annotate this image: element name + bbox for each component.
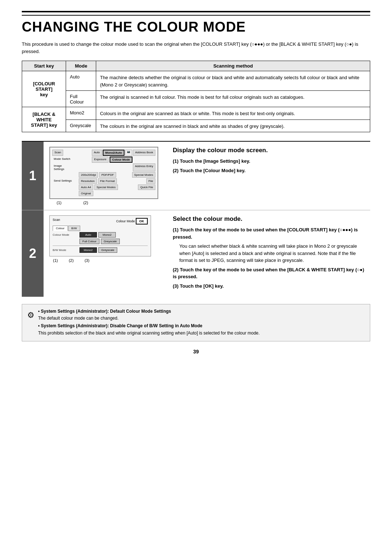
screen-sendsettings-label: Send Settings [52, 178, 78, 184]
note-2: • System Settings (Administrator): Disab… [38, 323, 260, 336]
screen-resolution-btn: Resolution [79, 178, 97, 184]
page-number: 39 [22, 349, 370, 355]
scan-desc-greyscale: The colours in the original are scanned … [96, 119, 370, 132]
screen-auto-btn: Auto [92, 150, 102, 156]
step1-instructions: Display the colour mode screen. (1) Touc… [173, 147, 364, 205]
screen-specialmodes-btn1: Special Modes [132, 172, 155, 178]
step1-image-area: Scan Auto Mono2/Auto 📷 Address Book Mode… [49, 147, 166, 205]
screen2-auto-btn[interactable]: Auto [79, 232, 97, 238]
mode-fullcolour: Full Colour [66, 91, 96, 107]
screen2-colour-subrow: Full Colour Greyscale [53, 239, 148, 244]
screen-autoa4-btn: Auto A4 [79, 185, 93, 190]
screen2-scan-label: Scan [53, 218, 60, 224]
step1-callout-labels: (1) (2) [49, 200, 166, 205]
step2-callout-1: (1) [53, 258, 58, 263]
screen-image-label: ImageSettings [52, 163, 78, 171]
screen2-tab-colour[interactable]: Colour [53, 226, 68, 231]
screen2-colourmode-row: Colour Mode Auto Mono2 [53, 232, 148, 238]
screen2-bw-mono2-btn[interactable]: Mono2 [79, 247, 97, 253]
step2-heading: Select the colour mode. [173, 215, 364, 223]
step2-number: 2 [22, 210, 44, 297]
step2-instruction-1-heading: (1) Touch the key of the mode to be used… [173, 226, 364, 240]
table-header-mode: Mode [66, 61, 96, 71]
note-box: ⚙ • System Settings (Administrator): Def… [22, 304, 370, 341]
step2-callout-3: (3) [85, 258, 89, 263]
screen-camera-icon: 📷 [125, 150, 132, 156]
scan-desc-auto: The machine detects whether the original… [96, 71, 370, 91]
step1-screen-mockup: Scan Auto Mono2/Auto 📷 Address Book Mode… [49, 147, 158, 199]
screen-quickfile-btn: Quick File [138, 185, 155, 190]
scan-desc-mono2: Colours in the original are scanned as b… [96, 107, 370, 120]
step1-content: Scan Auto Mono2/Auto 📷 Address Book Mode… [44, 142, 370, 210]
step2-image-area: Scan Colour Mode OK Colour B/W Colour Mo… [49, 215, 166, 292]
table-row: [BLACK & WHITESTART] key Mono2 Colours i… [22, 107, 370, 120]
note-1: • System Settings (Administrator): Defau… [38, 308, 260, 322]
screen2-bw-greyscale-btn[interactable]: Greyscale [98, 247, 117, 253]
screen2-colourmode-title: Colour Mode [116, 219, 135, 223]
table-row: Greyscale The colours in the original ar… [22, 119, 370, 132]
step2-instruction-1-body: You can select whether black & white sca… [179, 243, 364, 264]
page-title: CHANGING THE COLOUR MODE [22, 19, 370, 35]
step2-instructions: Select the colour mode. (1) Touch the ke… [173, 215, 364, 292]
screen-resolution-val: 200x200dpi [79, 172, 98, 178]
start-key-bw: [BLACK & WHITESTART] key [22, 107, 66, 132]
step1-heading: Display the colour mode screen. [173, 147, 364, 154]
screen2-colourmode-label: Colour Mode [53, 233, 78, 236]
screen-fileformat-btn: File Format [98, 178, 117, 184]
step1-section: 1 Scan Auto Mono2/Auto 📷 Address Book Mo… [22, 141, 370, 210]
mode-table: Start key Mode Scanning method [COLOUR S… [22, 61, 370, 132]
step1-number: 1 [22, 142, 44, 210]
table-row: Full Colour The original is scanned in f… [22, 91, 370, 107]
scan-desc-fullcolour: The original is scanned in full colour. … [96, 91, 370, 107]
screen2-tabs: Colour B/W [53, 226, 148, 231]
screen-mono2auto-btn: Mono2/Auto [103, 150, 124, 156]
step1-callout-1: (1) [57, 200, 61, 205]
screen2-bwmode-label: B/W Mode [53, 248, 78, 252]
screen-specialmodes2-btn: Special Modes [94, 185, 118, 190]
screen-scan-label: Scan [52, 150, 63, 156]
step2-section: 2 Scan Colour Mode OK Colour B/W [22, 210, 370, 297]
screen2-ok-btn[interactable]: OK [136, 218, 148, 224]
screen-colourmode-btn: Colour Mode [110, 157, 132, 163]
table-row: [COLOUR START]key Auto The machine detec… [22, 71, 370, 91]
step2-instruction-2-heading: (2) Touch the key of the mode to be used… [173, 266, 364, 280]
screen-addressentry-btn: Address Entry [133, 163, 155, 171]
step2-screen-mockup: Scan Colour Mode OK Colour B/W Colour Mo… [49, 215, 151, 256]
step1-instruction-2: (2) Touch the [Colour Mode] key. [173, 167, 364, 174]
screen-modeswitch-label: Mode Switch [52, 157, 78, 163]
note-icon: ⚙ [27, 309, 34, 337]
screen-addressbook-btn: Address Book [133, 150, 155, 156]
screen-pdfformat-btn: PDF/PDF [99, 172, 116, 178]
screen-exposure-btn: Exposure [92, 157, 109, 163]
step2-callout-2: (2) [69, 258, 73, 263]
table-header-scanning: Scanning method [96, 61, 370, 71]
step2-callout-labels: (1) (2) (3) [49, 258, 166, 263]
intro-text: This procedure is used to change the col… [22, 41, 370, 55]
screen2-greyscale-btn[interactable]: Greyscale [101, 239, 120, 244]
mode-greyscale: Greyscale [66, 119, 96, 132]
start-key-colour: [COLOUR START]key [22, 71, 66, 107]
screen2-tab-bw[interactable]: B/W [68, 226, 80, 231]
top-border [22, 11, 370, 16]
screen2-bwmode-row: B/W Mode Mono2 Greyscale [53, 247, 148, 253]
screen2-mono2-btn[interactable]: Mono2 [98, 232, 116, 238]
step2-content: Scan Colour Mode OK Colour B/W Colour Mo… [44, 210, 370, 297]
step2-instruction-3-heading: (3) Touch the [OK] key. [173, 283, 364, 290]
screen2-fullcolour-btn[interactable]: Full Colour [79, 239, 99, 244]
mode-auto: Auto [66, 71, 96, 91]
mode-mono2: Mono2 [66, 107, 96, 120]
step1-instruction-1: (1) Touch the [Image Settings] key. [173, 158, 364, 165]
note-content: • System Settings (Administrator): Defau… [38, 308, 260, 337]
step1-callout-2: (2) [83, 200, 88, 205]
screen-original-btn: Original [79, 191, 93, 196]
table-header-startkey: Start key [22, 61, 66, 71]
screen2-title-row: Scan Colour Mode OK [53, 218, 148, 224]
screen-file-btn: File [146, 178, 155, 184]
